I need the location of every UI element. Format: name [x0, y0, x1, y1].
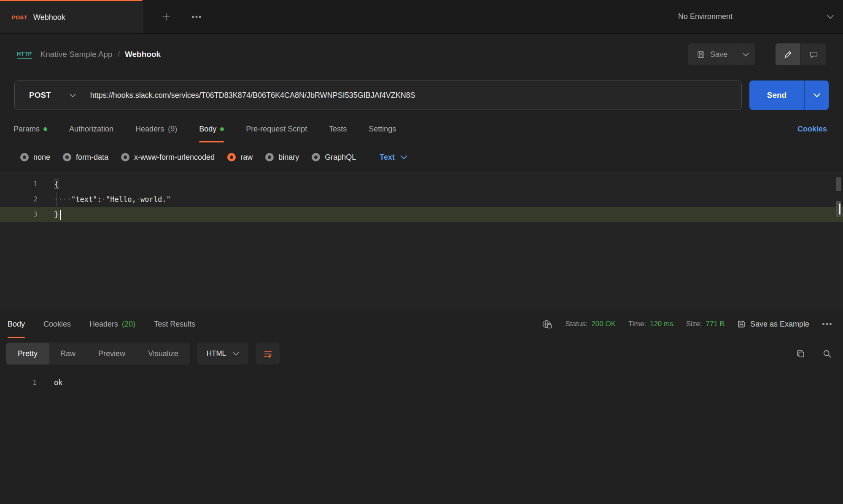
- send-options-button[interactable]: [804, 80, 829, 110]
- radio-binary[interactable]: binary: [265, 153, 299, 162]
- params-active-dot: [43, 127, 47, 131]
- tab-pre-request-script[interactable]: Pre-request Script: [246, 115, 307, 142]
- save-options-button[interactable]: [736, 43, 755, 65]
- tab-settings[interactable]: Settings: [369, 115, 396, 142]
- radio-x-www-form-urlencoded[interactable]: x-www-form-urlencoded: [121, 153, 215, 162]
- body-type-options: none form-data x-www-form-urlencoded raw…: [0, 142, 843, 172]
- code-text: }: [54, 210, 59, 219]
- breadcrumb-request-name[interactable]: Webhook: [125, 50, 161, 59]
- status-indicator: Status: 200 OK: [565, 320, 616, 328]
- pencil-icon: [784, 50, 792, 59]
- response-format-selector[interactable]: HTML: [197, 343, 248, 365]
- response-tab-cookies[interactable]: Cookies: [43, 310, 71, 338]
- tab-tests[interactable]: Tests: [329, 115, 347, 142]
- tab-label: Tests: [329, 125, 347, 134]
- network-info-button[interactable]: [541, 319, 552, 329]
- tab-bar: POST Webhook No Environment: [0, 0, 843, 34]
- radio-label: GraphQL: [325, 153, 356, 162]
- more-options-icon: [822, 322, 832, 326]
- edit-documentation-button[interactable]: [776, 43, 801, 65]
- new-tab-button[interactable]: [161, 12, 171, 22]
- tab-label: Pre-request Script: [246, 125, 307, 134]
- tab-authorization[interactable]: Authorization: [69, 115, 113, 142]
- save-label: Save: [710, 50, 727, 59]
- tab-label: Test Results: [154, 320, 195, 329]
- chevron-down-icon: [233, 352, 239, 356]
- response-tab-body[interactable]: Body: [8, 310, 25, 338]
- comments-button[interactable]: [801, 43, 826, 65]
- status-label: Status:: [565, 320, 587, 328]
- raw-language-selector[interactable]: Text: [380, 153, 407, 162]
- radio-label: none: [33, 153, 50, 162]
- time-label: Time:: [628, 320, 646, 328]
- view-mode-preview[interactable]: Preview: [87, 343, 137, 365]
- save-button[interactable]: Save: [688, 43, 736, 65]
- radio-circle-selected-icon: [227, 153, 236, 161]
- save-as-example-label: Save as Example: [750, 320, 809, 329]
- request-header: HTTP Knative Sample App / Webhook Save: [0, 34, 843, 75]
- chevron-down-icon: [401, 155, 407, 159]
- tab-options-button[interactable]: [191, 15, 202, 19]
- view-mode-visualize[interactable]: Visualize: [137, 343, 190, 365]
- save-icon: [737, 320, 746, 328]
- response-tab-headers[interactable]: Headers (20): [89, 310, 135, 338]
- chevron-down-icon: [813, 93, 820, 97]
- tab-headers[interactable]: Headers (9): [135, 115, 177, 142]
- response-options-button[interactable]: [822, 322, 832, 326]
- scrollbar-mark: [836, 177, 841, 191]
- time-value: 120 ms: [650, 320, 673, 328]
- send-button[interactable]: Send: [749, 80, 804, 110]
- save-as-example-button[interactable]: Save as Example: [737, 320, 809, 329]
- tab-body[interactable]: Body: [199, 115, 224, 142]
- response-toolbar: Pretty Raw Preview Visualize HTML: [0, 338, 843, 369]
- raw-language-label: Text: [380, 153, 395, 162]
- radio-graphql[interactable]: GraphQL: [312, 153, 356, 162]
- request-body-editor[interactable]: 1 { 2 ····"text":·"Hello,·world." 3 }: [0, 172, 843, 310]
- radio-raw[interactable]: raw: [227, 153, 253, 162]
- status-value: 200 OK: [591, 320, 616, 328]
- chevron-down-icon: [743, 53, 749, 56]
- response-line: 1 ok: [0, 374, 843, 391]
- method-label: POST: [29, 91, 51, 100]
- editor-scrollbar[interactable]: [836, 177, 841, 217]
- tab-label: Settings: [369, 125, 396, 134]
- code-line-active[interactable]: 3 }: [0, 207, 843, 222]
- copy-icon: [796, 349, 805, 359]
- environment-selector[interactable]: No Environment: [659, 0, 843, 33]
- size-label: Size:: [686, 320, 702, 328]
- url-bar: POST https://hooks.slack.com/services/T0…: [14, 80, 742, 110]
- wrap-text-button[interactable]: [256, 343, 280, 365]
- environment-label: No Environment: [678, 12, 733, 21]
- search-icon: [822, 349, 832, 359]
- view-mode-raw[interactable]: Raw: [49, 343, 87, 365]
- request-tab[interactable]: POST Webhook: [0, 0, 143, 33]
- response-text: ok: [54, 374, 62, 391]
- search-response-button[interactable]: [822, 349, 832, 359]
- radio-circle-icon: [265, 153, 274, 161]
- code-line[interactable]: 1 {: [0, 177, 843, 192]
- view-mode-switch: Pretty Raw Preview Visualize: [6, 343, 190, 365]
- tab-label: Headers: [135, 125, 164, 134]
- code-text: {: [54, 180, 59, 189]
- code-text: ····"text":·"Hello,·world.": [54, 195, 171, 204]
- view-mode-pretty[interactable]: Pretty: [6, 343, 49, 365]
- radio-circle-icon: [20, 153, 29, 161]
- response-body[interactable]: 1 ok: [0, 369, 843, 391]
- tab-label: Authorization: [69, 125, 113, 134]
- copy-response-button[interactable]: [796, 349, 805, 359]
- response-tab-test-results[interactable]: Test Results: [154, 310, 195, 338]
- chevron-down-icon: [827, 15, 834, 19]
- radio-none[interactable]: none: [20, 153, 50, 162]
- cookies-link[interactable]: Cookies: [797, 125, 827, 134]
- method-selector[interactable]: POST: [15, 91, 90, 100]
- tab-label: Body: [199, 125, 216, 134]
- radio-circle-icon: [121, 153, 129, 161]
- save-icon: [697, 50, 705, 59]
- breadcrumb-collection[interactable]: Knative Sample App: [40, 50, 113, 59]
- time-indicator: Time: 120 ms: [628, 320, 673, 328]
- tab-params[interactable]: Params: [13, 115, 47, 142]
- chevron-down-icon: [70, 94, 76, 97]
- radio-form-data[interactable]: form-data: [63, 153, 108, 162]
- code-line[interactable]: 2 ····"text":·"Hello,·world.": [0, 192, 843, 207]
- url-input[interactable]: https://hooks.slack.com/services/T06TD83…: [90, 91, 741, 100]
